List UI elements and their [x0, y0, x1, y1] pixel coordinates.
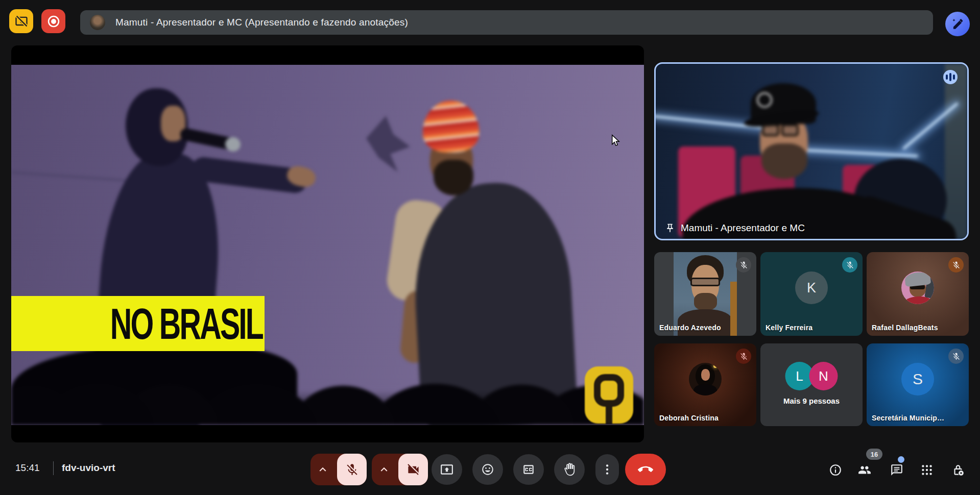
- apps-grid-icon: [920, 463, 934, 477]
- chevron-up-icon: [316, 463, 329, 476]
- presentation-paused-button[interactable]: [9, 9, 33, 33]
- end-call-button[interactable]: [625, 454, 666, 485]
- mouse-cursor: [611, 134, 620, 148]
- reactions-button[interactable]: [472, 454, 503, 485]
- people-icon: [858, 463, 871, 477]
- presentation-video: NO BRASIL: [11, 65, 644, 425]
- avatar: S: [901, 363, 934, 395]
- meeting-code: fdv-uvio-vrt: [62, 462, 115, 474]
- spotlight-tile-mamuti[interactable]: Mamuti - Apresentador e MC: [654, 62, 969, 240]
- speaker-glasses: [762, 124, 799, 136]
- audience-silhouettes: [11, 349, 644, 425]
- participant-name: Secretária Municip…: [872, 414, 944, 422]
- mic-off-icon: [739, 261, 748, 269]
- more-options-button[interactable]: [595, 454, 619, 485]
- raise-hand-button[interactable]: [554, 454, 585, 485]
- channel-logo: [585, 366, 633, 424]
- presenter-banner[interactable]: Mamuti - Apresentador e MC (Apresentando…: [80, 10, 933, 35]
- presenter-banner-title: Mamuti - Apresentador e MC (Apresentando…: [115, 17, 408, 28]
- mute-badge: [948, 257, 964, 273]
- avatar-initial: K: [807, 280, 816, 296]
- speaker-beard: [761, 143, 807, 179]
- chat-button[interactable]: [890, 463, 903, 477]
- participant-tile-kelly[interactable]: K Kelly Ferreira: [760, 252, 863, 336]
- participant-tile-deborah[interactable]: Deborah Cristina: [654, 343, 756, 426]
- participant-name: Rafael DallagBeats: [872, 324, 938, 332]
- emoji-icon: [481, 463, 494, 476]
- microphone: [179, 127, 240, 152]
- mic-off-icon: [952, 261, 961, 269]
- raised-hand-icon: [563, 463, 576, 476]
- avatar: N: [809, 362, 838, 390]
- clock-time: 15:41: [15, 462, 40, 474]
- recording-indicator-button[interactable]: [41, 9, 65, 33]
- host-controls-button[interactable]: [951, 463, 965, 477]
- closed-captions-icon: [522, 463, 535, 476]
- speaker-cap-logo: [757, 92, 772, 108]
- spotlight-name: Mamuti - Apresentador e MC: [681, 222, 805, 234]
- stage-scene: [11, 65, 644, 425]
- participant-name: Kelly Ferreira: [766, 324, 812, 332]
- chevron-up-icon: [377, 463, 391, 476]
- overflow-label: Mais 9 pessoas: [760, 397, 863, 405]
- meeting-details-button[interactable]: [829, 463, 842, 477]
- mute-badge: [948, 349, 964, 364]
- avatar: [901, 271, 934, 304]
- pin-icon: [665, 223, 675, 233]
- caption-banner: NO BRASIL: [11, 296, 265, 351]
- avatar-initial: S: [913, 370, 923, 388]
- divider: [53, 461, 54, 475]
- captions-button[interactable]: [513, 454, 544, 485]
- camera-off-icon: [407, 463, 420, 477]
- mute-badge: [736, 257, 751, 273]
- mute-badge: [736, 349, 751, 364]
- spotlight-name-label: Mamuti - Apresentador e MC: [665, 222, 805, 234]
- channel-logo-stem: [606, 406, 612, 424]
- chat-notification-dot: [898, 456, 904, 463]
- info-icon: [829, 463, 842, 477]
- show-participants-button[interactable]: [858, 463, 871, 477]
- participant-name: Deborah Cristina: [659, 414, 719, 422]
- audio-activity-indicator: [943, 70, 958, 84]
- performer-right-beanie: [423, 101, 479, 153]
- microphone-control-group: [310, 454, 367, 485]
- present-screen-button[interactable]: [432, 454, 462, 485]
- decor-wire: [11, 171, 139, 182]
- camera-off-button[interactable]: [398, 454, 428, 485]
- mic-off-icon: [952, 352, 961, 361]
- participant-name: Eduardo Azevedo: [659, 324, 721, 332]
- participant-tile-rafael[interactable]: Rafael DallagBeats: [867, 252, 969, 336]
- participant-count-badge: 16: [866, 449, 882, 460]
- record-icon: [46, 14, 61, 29]
- avatar: [689, 363, 722, 395]
- participant-tile-eduardo[interactable]: Eduardo Azevedo: [654, 252, 756, 336]
- performer-right-beard: [434, 160, 473, 195]
- avatar: K: [795, 271, 828, 304]
- mic-off-icon: [846, 261, 854, 269]
- annotation-pen-button[interactable]: [945, 12, 970, 36]
- participant-tile-overflow[interactable]: L N Mais 9 pessoas: [760, 343, 863, 426]
- channel-logo-ring: [594, 374, 624, 407]
- mic-off-icon: [345, 463, 359, 477]
- more-vertical-icon: [601, 463, 614, 476]
- participant-tile-secretaria[interactable]: S Secretária Municip…: [867, 343, 969, 426]
- mic-off-icon: [739, 352, 748, 361]
- chat-icon: [890, 463, 903, 477]
- overflow-avatars: L N: [785, 362, 838, 390]
- spotlight-video-scene: [656, 64, 967, 239]
- magic-pen-icon: [951, 17, 964, 31]
- call-end-icon: [638, 462, 653, 477]
- camera-control-group: [372, 454, 428, 485]
- presenter-avatar: [90, 15, 105, 30]
- activities-button[interactable]: [920, 463, 934, 477]
- decor-bird-silhouette: [366, 116, 410, 172]
- decor-wall: [945, 64, 967, 239]
- mute-badge: [842, 257, 857, 273]
- present-icon: [440, 463, 453, 476]
- lock-icon: [951, 463, 965, 477]
- presentation-stage[interactable]: NO BRASIL: [11, 45, 644, 442]
- caption-text: NO BRASIL: [110, 299, 262, 349]
- mic-mute-button[interactable]: [337, 454, 367, 485]
- present-off-icon: [14, 14, 29, 29]
